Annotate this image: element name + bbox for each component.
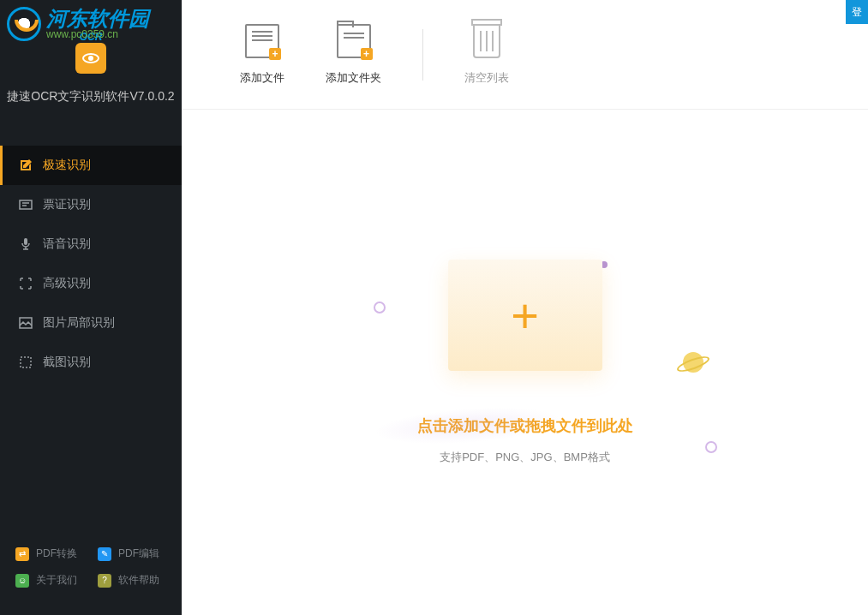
watermark-title: 河东软件园: [46, 9, 149, 29]
plus-badge-icon: +: [361, 48, 373, 60]
link-label: 软件帮助: [118, 573, 159, 588]
drop-area[interactable]: ✦ + 点击添加文件或拖拽文件到此处 支持PDF、PNG、JPG、BMP格式: [182, 110, 868, 615]
decoration-planet-icon: [683, 352, 703, 373]
link-about[interactable]: ☺ 关于我们: [15, 573, 77, 588]
scan-icon: [19, 277, 33, 290]
nav-item-voice-recognition[interactable]: 语音识别: [0, 224, 182, 264]
nav-item-advanced-recognition[interactable]: 高级识别: [0, 264, 182, 303]
svg-rect-1: [24, 238, 27, 245]
nav-label: 票证识别: [43, 197, 91, 212]
link-pdf-edit[interactable]: ✎ PDF编辑: [98, 546, 159, 561]
plus-badge-icon: +: [269, 48, 281, 60]
app-title: 捷速OCR文字识别软件V7.0.0.2: [7, 89, 174, 104]
link-help[interactable]: ? 软件帮助: [98, 573, 159, 588]
edit-icon: [19, 158, 33, 172]
tool-label: 清空列表: [464, 70, 509, 86]
link-label: 关于我们: [36, 573, 77, 588]
add-file-button[interactable]: + 添加文件: [219, 24, 305, 86]
svg-rect-3: [21, 357, 31, 367]
nav-label: 图片局部识别: [43, 315, 115, 331]
nav-label: 极速识别: [43, 158, 91, 173]
pdf-edit-icon: ✎: [98, 547, 111, 561]
trash-icon: [473, 24, 500, 58]
nav-item-screenshot-recognition[interactable]: 截图识别: [0, 343, 182, 382]
watermark-logo-icon: [7, 7, 41, 41]
toolbar: + 添加文件 + 添加文件夹 清空列表: [182, 0, 868, 110]
decoration-swoosh: [373, 403, 563, 450]
nav-label: 截图识别: [43, 355, 91, 370]
add-folder-button[interactable]: + 添加文件夹: [305, 24, 402, 86]
nav-menu: 极速识别 票证识别 语音识别 高级识别 图片局部识别: [0, 146, 182, 536]
add-file-icon: +: [245, 24, 279, 58]
nav-label: 高级识别: [43, 276, 91, 291]
drop-subtitle: 支持PDF、PNG、JPG、BMP格式: [440, 450, 610, 465]
sidebar: 河东软件园 www.pc0359.cn OCR 捷速OCR文字识别软件V7.0.…: [0, 0, 182, 615]
login-label: 登: [852, 5, 862, 20]
plus-icon: +: [511, 288, 539, 343]
pdf-convert-icon: ⇄: [15, 547, 29, 561]
login-button[interactable]: 登: [846, 0, 868, 24]
link-pdf-convert[interactable]: ⇄ PDF转换: [15, 546, 77, 561]
add-folder-icon: +: [337, 24, 371, 58]
microphone-icon: [19, 237, 33, 251]
watermark-overlay: 河东软件园 www.pc0359.cn: [7, 7, 149, 41]
screenshot-icon: [19, 355, 33, 369]
decoration-circle-icon: [705, 441, 717, 453]
watermark-url: www.pc0359.cn: [46, 29, 149, 39]
main-content: 登 + 添加文件 + 添加文件夹 清空列表 ✦ +: [182, 0, 868, 615]
watermark-text: 河东软件园 www.pc0359.cn: [46, 9, 149, 39]
decoration-circle-icon: [374, 302, 386, 313]
svg-rect-0: [20, 200, 32, 209]
bottom-links: ⇄ PDF转换 ✎ PDF编辑 ☺ 关于我们 ? 软件帮助: [0, 536, 182, 615]
nav-item-fast-recognition[interactable]: 极速识别: [0, 146, 182, 185]
eye-icon: [82, 53, 99, 63]
app-logo-icon: OCR: [75, 43, 106, 74]
link-label: PDF编辑: [118, 546, 159, 561]
toolbar-divider: [422, 29, 423, 81]
help-icon: ?: [98, 574, 111, 588]
add-file-card[interactable]: +: [448, 260, 602, 371]
nav-label: 语音识别: [43, 236, 91, 252]
about-icon: ☺: [15, 574, 29, 588]
tool-label: 添加文件: [240, 70, 284, 86]
link-label: PDF转换: [36, 546, 77, 561]
ticket-icon: [19, 198, 33, 212]
nav-item-ticket-recognition[interactable]: 票证识别: [0, 185, 182, 224]
clear-list-button[interactable]: 清空列表: [444, 24, 530, 86]
tool-label: 添加文件夹: [326, 70, 381, 86]
nav-item-image-area-recognition[interactable]: 图片局部识别: [0, 303, 182, 343]
image-icon: [19, 316, 33, 330]
